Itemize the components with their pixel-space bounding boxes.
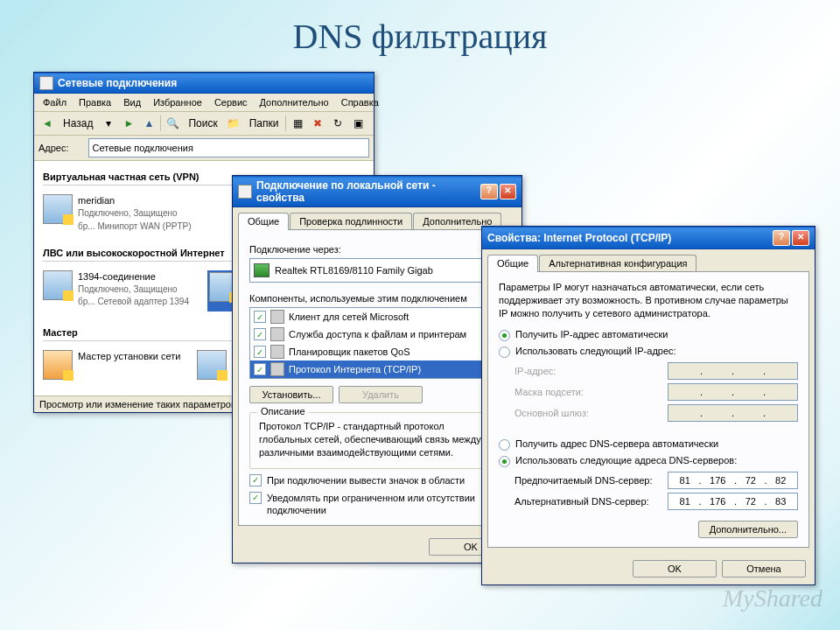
- address-icon: [73, 142, 85, 154]
- back-icon[interactable]: ◄: [38, 115, 56, 132]
- misc-icon[interactable]: ▣: [349, 115, 367, 132]
- components-label: Компоненты, используемые этим подключени…: [249, 293, 505, 304]
- menu-file[interactable]: Файл: [38, 95, 72, 109]
- checkbox-icon[interactable]: ✓: [254, 311, 266, 323]
- search-icon[interactable]: 🔍: [164, 115, 181, 132]
- del-icon[interactable]: ✖: [309, 115, 326, 132]
- wizard-icon: [43, 350, 73, 380]
- client-icon: [270, 310, 284, 324]
- tab-general[interactable]: Общие: [487, 255, 538, 272]
- nic-dropdown[interactable]: Realtek RTL8169/8110 Family Gigab: [249, 258, 505, 283]
- tcpip-dialog: Свойства: Internet Protocol (TCP/IP) ? ✕…: [481, 226, 816, 585]
- tab-auth[interactable]: Проверка подлинности: [290, 213, 412, 229]
- gw-input: ...: [668, 404, 798, 422]
- dns2-label: Альтернативный DNS-сервер:: [514, 496, 668, 507]
- mask-input: ...: [668, 383, 798, 401]
- conn-icon: [43, 194, 73, 224]
- chk-notify[interactable]: ✓: [249, 492, 262, 504]
- lan-titlebar[interactable]: Подключение по локальной сети - свойства…: [233, 176, 522, 207]
- back-drop-icon[interactable]: ▾: [100, 115, 117, 132]
- explorer-titlebar[interactable]: Сетевые подключения: [34, 73, 374, 94]
- refresh-icon[interactable]: ↻: [329, 115, 346, 132]
- conn-icon: [238, 185, 252, 199]
- chk-notify-label: Уведомлять при ограниченном или отсутств…: [267, 492, 505, 517]
- help-button[interactable]: ?: [773, 230, 790, 246]
- chk-tray[interactable]: ✓: [249, 474, 262, 486]
- menubar: Файл Правка Вид Избранное Сервис Дополни…: [34, 94, 374, 112]
- install-button[interactable]: Установить...: [249, 386, 333, 403]
- slide-title: DNS фильтрация: [0, 0, 840, 60]
- ip-input: ...: [668, 362, 798, 380]
- view-icon[interactable]: ▦: [289, 115, 306, 132]
- list-item[interactable]: ✓Планировщик пакетов QoS: [250, 343, 504, 360]
- service-icon: [270, 327, 284, 341]
- address-bar: Адрес:: [34, 136, 374, 161]
- fwd-icon[interactable]: ►: [120, 115, 137, 132]
- radio-dns-auto[interactable]: [499, 439, 510, 451]
- list-item[interactable]: ✓Клиент для сетей Microsoft: [250, 308, 504, 326]
- advanced-button[interactable]: Дополнительно...: [698, 521, 798, 538]
- up-icon[interactable]: ▲: [140, 115, 158, 132]
- menu-extra[interactable]: Дополнительно: [255, 95, 334, 109]
- radio-ip-manual[interactable]: [499, 346, 510, 358]
- menu-tools[interactable]: Сервис: [209, 95, 253, 109]
- radio-dns-manual[interactable]: [499, 456, 510, 467]
- dns1-input[interactable]: 81.176.72.82: [668, 472, 798, 489]
- hint-text: Параметры IP могут назначаться автоматич…: [499, 281, 798, 320]
- help-button[interactable]: ?: [480, 184, 497, 200]
- radio-dns-manual-label: Использовать следующие адреса DNS-сервер…: [515, 455, 737, 466]
- menu-edit[interactable]: Правка: [74, 95, 116, 109]
- explorer-title: Сетевые подключения: [58, 77, 177, 89]
- radio-ip-manual-label: Использовать следующий IP-адрес:: [515, 346, 676, 356]
- tab-alt[interactable]: Альтернативная конфигурация: [539, 255, 696, 271]
- menu-view[interactable]: Вид: [118, 95, 146, 109]
- chk-tray-label: При подключении вывести значок в области: [267, 474, 465, 486]
- radio-ip-auto[interactable]: [499, 330, 510, 341]
- close-button[interactable]: ✕: [500, 184, 516, 200]
- qos-icon: [270, 345, 284, 359]
- dns2-input[interactable]: 81.176.72.83: [668, 493, 798, 510]
- tcpip-pane: Параметры IP могут назначаться автоматич…: [487, 271, 809, 548]
- close-button[interactable]: ✕: [792, 230, 809, 246]
- checkbox-icon[interactable]: ✓: [254, 346, 266, 358]
- tcpip-title: Свойства: Internet Protocol (TCP/IP): [487, 232, 671, 244]
- tab-general[interactable]: Общие: [238, 213, 289, 230]
- ip-label: IP-адрес:: [514, 366, 668, 376]
- conn-1394[interactable]: 1394-соединениеПодключено, Защищено бр..…: [43, 270, 192, 312]
- wizard-icon: [197, 350, 227, 380]
- address-label: Адрес:: [38, 143, 69, 153]
- address-input[interactable]: [88, 138, 369, 158]
- cancel-button[interactable]: Отмена: [722, 560, 806, 578]
- search-label[interactable]: Поиск: [184, 115, 221, 132]
- connect-via-label: Подключение через:: [249, 244, 505, 255]
- checkbox-icon[interactable]: ✓: [254, 363, 266, 375]
- list-item-tcpip[interactable]: ✓Протокол Интернета (TCP/IP): [250, 360, 504, 378]
- list-item[interactable]: ✓Служба доступа к файлам и принтерам: [250, 326, 504, 343]
- menu-help[interactable]: Справка: [336, 95, 384, 109]
- dns1-label: Предпочитаемый DNS-сервер:: [514, 475, 668, 486]
- folders-label[interactable]: Папки: [245, 115, 284, 132]
- tcpip-tabs: Общие Альтернативная конфигурация: [482, 249, 815, 271]
- conn-meridian[interactable]: meridianПодключено, Защищено бр... Минип…: [43, 194, 192, 232]
- wizard-setup[interactable]: Мастер установки сети: [43, 350, 181, 380]
- lan-title: Подключение по локальной сети - свойства: [256, 179, 479, 204]
- desc-legend: Описание: [257, 406, 309, 416]
- radio-ip-auto-label: Получить IP-адрес автоматически: [515, 329, 668, 340]
- tcpip-titlebar[interactable]: Свойства: Internet Protocol (TCP/IP) ? ✕: [482, 227, 815, 249]
- lan-tabs: Общие Проверка подлинности Дополнительно: [233, 207, 522, 229]
- desc-text: Протокол TCP/IP - стандартный протокол г…: [259, 420, 495, 459]
- back-label[interactable]: Назад: [59, 115, 97, 132]
- nic-icon: [254, 263, 270, 277]
- watermark: MyShared: [723, 584, 822, 612]
- folders-icon[interactable]: 📁: [225, 115, 242, 132]
- radio-dns-auto-label: Получить адрес DNS-сервера автоматически: [515, 438, 718, 449]
- network-icon: [39, 76, 53, 90]
- ok-button[interactable]: OK: [633, 560, 717, 578]
- remove-button: Удалить: [339, 386, 423, 403]
- lan-pane: Подключение через: Realtek RTL8169/8110 …: [238, 229, 516, 526]
- components-list[interactable]: ✓Клиент для сетей Microsoft ✓Служба дост…: [249, 307, 505, 379]
- checkbox-icon[interactable]: ✓: [254, 328, 266, 340]
- menu-fav[interactable]: Избранное: [148, 95, 207, 109]
- lan-props-dialog: Подключение по локальной сети - свойства…: [232, 175, 522, 564]
- gw-label: Основной шлюз:: [514, 408, 668, 418]
